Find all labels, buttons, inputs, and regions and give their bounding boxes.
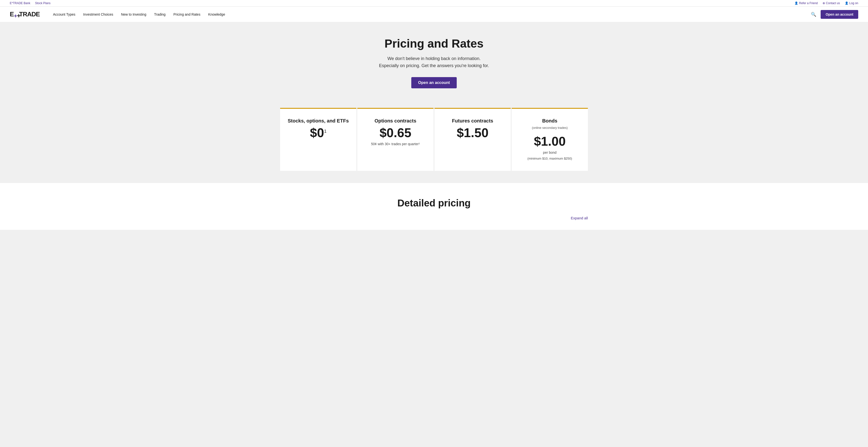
card-price-futures: $1.50 xyxy=(440,126,505,140)
hero-subtitle: We don't believe in holding back on info… xyxy=(361,55,507,69)
refer-friend-link[interactable]: 👤 Refer a Friend xyxy=(795,1,818,5)
card-note-bonds: per bond xyxy=(518,150,582,155)
logo-text: E+TRADE xyxy=(10,10,40,18)
nav-pricing-and-rates[interactable]: Pricing and Rates xyxy=(170,10,204,18)
nav-right: 🔍 Open an account xyxy=(809,10,858,19)
utility-bar-left: E*TRADE Bank Stock Plans xyxy=(10,1,51,5)
log-on-link[interactable]: 👤 Log on xyxy=(845,1,858,5)
nav-knowledge[interactable]: Knowledge xyxy=(205,10,228,18)
nav-trading[interactable]: Trading xyxy=(151,10,169,18)
pricing-card-stocks: Stocks, options, and ETFs $01 xyxy=(280,108,356,171)
etrade-bank-link[interactable]: E*TRADE Bank xyxy=(10,1,30,5)
nav-new-to-investing[interactable]: New to Investing xyxy=(118,10,150,18)
main-nav: E+TRADE Account Types Investment Choices… xyxy=(0,7,868,22)
search-icon: 🔍 xyxy=(811,12,816,17)
utility-bar-right: 👤 Refer a Friend ⊕ Contact us 👤 Log on xyxy=(795,1,858,5)
pricing-cards-section: Stocks, options, and ETFs $01 Options co… xyxy=(0,101,868,183)
card-title-stocks: Stocks, options, and ETFs xyxy=(286,117,350,124)
card-title-options: Options contracts xyxy=(363,117,428,124)
nav-links: Account Types Investment Choices New to … xyxy=(50,10,810,18)
card-price-bonds: $1.00 xyxy=(518,134,582,148)
open-account-button-hero[interactable]: Open an account xyxy=(411,77,457,88)
refer-icon: 👤 xyxy=(795,1,799,5)
card-note2-bonds: (minimum $10, maximum $250) xyxy=(518,157,582,161)
detailed-pricing-section: Detailed pricing Expand all xyxy=(0,183,868,230)
pricing-card-bonds: Bonds (online secondary trades) $1.00 pe… xyxy=(512,108,588,171)
open-account-button-nav[interactable]: Open an account xyxy=(820,10,858,19)
page-title: Pricing and Rates xyxy=(10,37,858,50)
card-title-futures: Futures contracts xyxy=(440,117,505,124)
contact-us-link[interactable]: ⊕ Contact us xyxy=(823,1,840,5)
logo-plus-icon: + xyxy=(14,12,19,17)
utility-bar: E*TRADE Bank Stock Plans 👤 Refer a Frien… xyxy=(0,0,868,7)
stock-plans-link[interactable]: Stock Plans xyxy=(35,1,50,5)
logo[interactable]: E+TRADE xyxy=(10,10,40,18)
pricing-cards-inner: Stocks, options, and ETFs $01 Options co… xyxy=(280,108,588,171)
pricing-card-options: Options contracts $0.65 50¢ with 30+ tra… xyxy=(357,108,434,171)
pricing-card-futures: Futures contracts $1.50 xyxy=(434,108,511,171)
card-note-options: 50¢ with 30+ trades per quarter¹ xyxy=(363,142,428,147)
detailed-pricing-title: Detailed pricing xyxy=(10,198,858,209)
nav-account-types[interactable]: Account Types xyxy=(50,10,79,18)
hero-section: Pricing and Rates We don't believe in ho… xyxy=(0,22,868,101)
expand-all-link[interactable]: Expand all xyxy=(280,216,588,220)
card-price-options: $0.65 xyxy=(363,126,428,140)
nav-investment-choices[interactable]: Investment Choices xyxy=(80,10,117,18)
card-subtitle-bonds: (online secondary trades) xyxy=(518,126,582,130)
card-price-stocks: $01 xyxy=(286,126,350,140)
user-icon: 👤 xyxy=(845,1,849,5)
card-title-bonds: Bonds xyxy=(518,117,582,124)
search-button[interactable]: 🔍 xyxy=(809,10,818,19)
contact-icon: ⊕ xyxy=(823,1,826,5)
